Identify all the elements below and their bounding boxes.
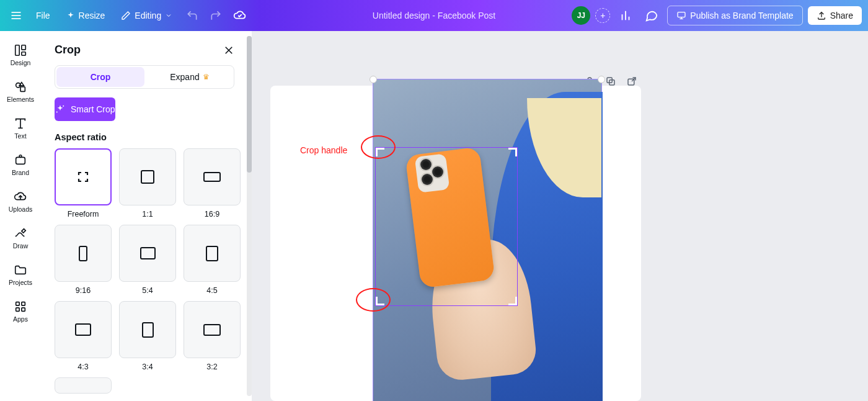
ratio-label: 4:5 [206, 286, 217, 295]
nav-item-brand[interactable]: Brand [2, 148, 39, 181]
editing-dropdown[interactable]: Editing [115, 7, 179, 24]
ratio-3-4[interactable]: 3:4 [119, 301, 176, 371]
cloud-sync-button[interactable] [229, 5, 250, 26]
svg-rect-20 [16, 302, 20, 306]
present-icon [676, 11, 686, 20]
tab-expand[interactable]: Expand ♛ [146, 66, 234, 88]
annotation-circle [361, 135, 396, 159]
close-icon [223, 45, 234, 56]
publish-button[interactable]: Publish as Brand Template [667, 6, 802, 25]
top-bar: File Resize Editing Untitled design - Fa… [0, 0, 868, 31]
nav-label: Text [14, 132, 26, 140]
apps-grid-icon [14, 300, 27, 313]
nav-label: Brand [12, 169, 29, 176]
image-content [420, 159, 432, 170]
annotation-circle [356, 288, 391, 312]
canvas-area[interactable]: Crop handle [252, 31, 868, 401]
ratio-4-5[interactable]: 4:5 [184, 225, 241, 295]
panel-scroll-thumb[interactable] [247, 36, 252, 173]
comment-icon [645, 9, 658, 22]
nav-label: Apps [13, 315, 28, 323]
crop-panel: Crop Crop Expand ♛ Smart Crop Aspect rat… [41, 31, 252, 401]
share-button[interactable]: Share [808, 6, 862, 25]
avatar[interactable]: JJ [572, 6, 590, 25]
ratio-label: 1:1 [142, 210, 153, 219]
ratio-label: 3:2 [206, 363, 217, 371]
publish-label: Publish as Brand Template [690, 11, 793, 20]
nav-label: Design [11, 59, 31, 66]
pencil-icon [121, 11, 131, 20]
nav-label: Elements [7, 96, 34, 103]
ratio-16-9[interactable]: 16:9 [184, 148, 241, 219]
resize-handle-tr[interactable] [598, 76, 605, 83]
resize-button[interactable]: Resize [60, 7, 112, 24]
file-label: File [36, 11, 50, 20]
tab-crop-label: Crop [91, 72, 111, 82]
svg-rect-23 [22, 308, 25, 312]
add-member-button[interactable]: + [595, 8, 610, 23]
close-panel-button[interactable] [223, 45, 234, 56]
nav-item-draw[interactable]: Draw [2, 222, 39, 255]
sparkle-icon [66, 11, 75, 20]
document-title[interactable]: Untitled design - Facebook Post [373, 11, 495, 20]
nav-item-elements[interactable]: Elements [2, 75, 39, 108]
share-label: Share [830, 11, 853, 20]
svg-rect-22 [16, 308, 20, 312]
comment-button[interactable] [641, 5, 662, 26]
copy-icon [605, 76, 616, 87]
svg-rect-17 [16, 157, 25, 164]
popout-button[interactable] [625, 74, 639, 88]
ratio-label: Freeform [68, 210, 99, 219]
pro-crown-icon: ♛ [203, 73, 210, 81]
nav-label: Uploads [9, 205, 33, 213]
undo-button[interactable] [182, 6, 202, 25]
side-nav: Design Elements Text Brand Uploads Draw … [0, 31, 41, 401]
svg-rect-14 [20, 87, 25, 91]
ratio-label: 5:4 [142, 286, 153, 295]
svg-rect-6 [678, 12, 685, 17]
nav-item-uploads[interactable]: Uploads [2, 185, 39, 218]
nav-item-apps[interactable]: Apps [2, 295, 39, 328]
svg-point-27 [56, 112, 58, 113]
draw-icon [14, 227, 27, 240]
ratio-3-2[interactable]: 3:2 [184, 301, 241, 371]
undo-icon [186, 9, 198, 22]
redo-button[interactable] [206, 6, 226, 25]
cloud-check-icon [233, 9, 247, 22]
text-icon [14, 117, 27, 130]
smart-crop-button[interactable]: Smart Crop [55, 97, 115, 121]
ratio-label: 3:4 [142, 363, 153, 371]
ratio-9-16[interactable]: 9:16 [55, 225, 112, 295]
template-icon [14, 43, 27, 57]
file-menu[interactable]: File [30, 7, 56, 24]
cloud-upload-icon [14, 190, 27, 204]
ratio-1-1[interactable]: 1:1 [119, 148, 176, 219]
tab-expand-label: Expand [170, 72, 199, 82]
panel-scrollbar[interactable] [247, 36, 252, 396]
brand-icon [14, 153, 27, 167]
ratio-freeform[interactable]: Freeform [55, 148, 112, 219]
nav-item-design[interactable]: Design [2, 38, 39, 71]
annotation-label: Crop handle [300, 145, 347, 155]
menu-button[interactable] [6, 6, 26, 25]
ratio-more[interactable] [55, 377, 112, 394]
svg-rect-21 [22, 302, 25, 306]
redo-icon [210, 9, 222, 22]
tab-crop[interactable]: Crop [56, 67, 144, 87]
external-icon [626, 76, 637, 87]
nav-label: Draw [13, 242, 29, 250]
ratio-5-4[interactable]: 5:4 [119, 225, 176, 295]
nav-item-projects[interactable]: Projects [2, 258, 39, 291]
freeform-icon [76, 169, 91, 184]
svg-rect-10 [16, 45, 19, 56]
ratio-4-3[interactable]: 4:3 [55, 301, 112, 371]
nav-item-text[interactable]: Text [2, 112, 39, 145]
upload-icon [817, 11, 826, 20]
insights-button[interactable] [615, 5, 636, 26]
chevron-down-icon [165, 12, 172, 19]
image-element[interactable] [373, 79, 601, 401]
resize-handle-tl[interactable] [370, 76, 377, 83]
bar-chart-icon [619, 9, 632, 22]
ratio-label: 16:9 [205, 210, 219, 219]
duplicate-button[interactable] [604, 74, 618, 88]
